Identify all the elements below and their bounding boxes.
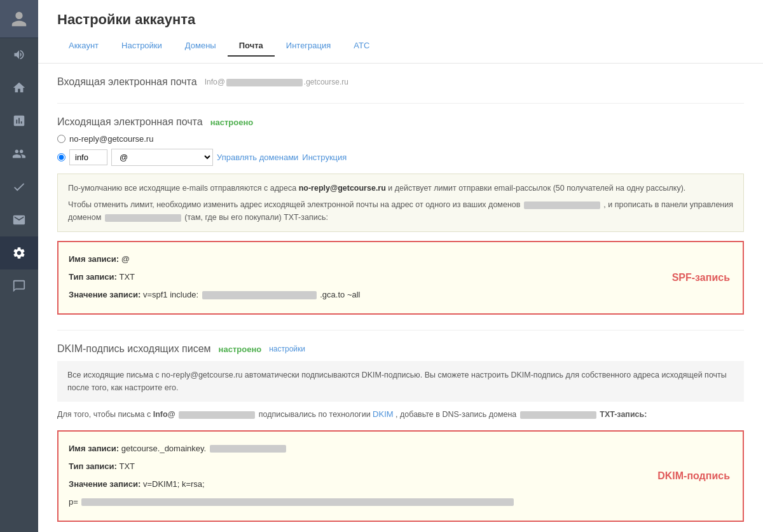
section-dkim: DKIM-подпись исходящих писем настроено н… <box>57 343 744 522</box>
page-header: Настройки аккаунта Аккаунт Настройки Дом… <box>38 0 763 64</box>
tab-settings[interactable]: Настройки <box>110 36 174 57</box>
avatar[interactable] <box>0 0 38 38</box>
email-prefix-input[interactable] <box>69 149 107 165</box>
radio-row-noreply: no-reply@getcourse.ru <box>57 134 744 144</box>
outgoing-info-box: По-умолчанию все исходящие e-mails отпра… <box>57 174 744 232</box>
outgoing-status-badge: настроено <box>210 118 254 127</box>
dkim-name-domain-blurred <box>210 445 286 453</box>
dkim-title-row: DKIM-подпись исходящих писем настроено н… <box>57 343 744 355</box>
radio-row-custom: @ Управлять доменами Инструкция <box>57 149 744 166</box>
content-area: Входящая электронная почта Info@.getcour… <box>38 64 763 532</box>
incoming-email-address: Info@.getcourse.ru <box>205 78 348 86</box>
spf-value-field: Значение записи: v=spf1 include: .gca.to… <box>69 287 732 303</box>
section-incoming: Входящая электронная почта Info@.getcour… <box>57 76 744 88</box>
tab-account[interactable]: Аккаунт <box>57 36 110 57</box>
dkim-settings-link[interactable]: настройки <box>269 344 305 353</box>
spf-name-value: @ <box>121 254 130 264</box>
dkim-info-text: Все исходящие письма с no-reply@getcours… <box>67 369 734 394</box>
email-radio-group: no-reply@getcourse.ru @ Управлять домена… <box>57 134 744 166</box>
dkim-value-field: Значение записи: v=DKIM1; k=rsa; <box>69 476 732 493</box>
dkim-name-pre: getcourse._domainkey. <box>121 444 206 453</box>
spf-name-label: Имя записи: <box>69 254 119 264</box>
sidebar-item-settings[interactable] <box>0 236 38 269</box>
dkim-for-email: Info@ <box>153 410 175 419</box>
main-content: Настройки аккаунта Аккаунт Настройки Дом… <box>38 0 763 532</box>
tab-mail[interactable]: Почта <box>228 36 275 57</box>
dkim-name-label: Имя записи: <box>69 444 119 453</box>
dkim-p-field: p= <box>69 494 732 510</box>
instruction-link[interactable]: Инструкция <box>302 153 347 162</box>
dkim-value-label: Значение записи: <box>69 479 141 489</box>
spf-domain-blurred <box>202 291 317 299</box>
dkim-p-blurred <box>81 498 514 506</box>
dkim-label: DKIM-подпись <box>657 466 730 486</box>
sidebar-item-tasks[interactable] <box>0 170 38 203</box>
tabs-bar: Аккаунт Настройки Домены Почта Интеграци… <box>57 36 744 57</box>
spf-value-label: Значение записи: <box>69 290 141 299</box>
dkim-email-domain-blurred <box>179 411 255 419</box>
sidebar-item-volume[interactable] <box>0 38 38 71</box>
spf-record-box: Имя записи: @ Тип записи: TXT Значение з… <box>57 241 744 315</box>
incoming-title: Входящая электронная почта Info@.getcour… <box>57 76 744 88</box>
sidebar-item-chat[interactable] <box>0 269 38 303</box>
spf-value-post: .gca.to ~all <box>320 290 360 299</box>
dkim-info-box: Все исходящие письма с no-reply@getcours… <box>57 361 744 402</box>
tab-domains[interactable]: Домены <box>174 36 228 57</box>
domain2-blurred <box>105 214 181 222</box>
dkim-type-field: Тип записи: TXT <box>69 458 732 475</box>
dkim-domain-blurred2 <box>520 411 596 419</box>
dkim-for-text: Для того, чтобы письма с Info@ подписыва… <box>57 408 744 421</box>
radio-noreply[interactable] <box>57 135 65 143</box>
domains-blurred <box>524 201 600 209</box>
incoming-title-text: Входящая электронная почта <box>57 76 197 88</box>
sidebar-item-users[interactable] <box>0 137 38 170</box>
spf-type-field: Тип записи: TXT <box>69 269 732 285</box>
outgoing-title-row: Исходящая электронная почта настроено <box>57 116 744 128</box>
sidebar <box>0 0 38 532</box>
spf-value-pre: v=spf1 include: <box>143 290 198 299</box>
spf-type-value: TXT <box>119 272 135 282</box>
divider-2 <box>57 330 744 331</box>
tab-ats[interactable]: АТС <box>342 36 381 57</box>
radio-custom[interactable] <box>57 153 65 161</box>
outgoing-title-text: Исходящая электронная почта <box>57 116 203 128</box>
incoming-domain-blurred <box>226 79 303 86</box>
sidebar-item-chart[interactable] <box>0 104 38 137</box>
manage-domains-link[interactable]: Управлять доменами <box>217 153 298 162</box>
info-line2: Чтобы отменить лимит, необходимо изменит… <box>68 198 733 224</box>
dkim-name-field: Имя записи: getcourse._domainkey. <box>69 440 732 457</box>
section-outgoing: Исходящая электронная почта настроено no… <box>57 116 744 315</box>
sidebar-item-mail[interactable] <box>0 203 38 236</box>
tab-integration[interactable]: Интеграция <box>275 36 343 57</box>
spf-label: SPF-запись <box>672 268 730 288</box>
dkim-record-box: Имя записи: getcourse._domainkey. Тип за… <box>57 430 744 522</box>
spf-name-field: Имя записи: @ <box>69 251 732 268</box>
dkim-type-label: Тип записи: <box>69 461 117 471</box>
email-input-row: @ Управлять доменами Инструкция <box>69 149 347 166</box>
dkim-tech-link[interactable]: DKIM <box>373 409 394 419</box>
dkim-p-value: p= <box>69 497 78 507</box>
spf-type-label: Тип записи: <box>69 272 117 282</box>
info-bold-noreply: no-reply@getcourse.ru <box>299 184 386 193</box>
dkim-status-badge: настроено <box>219 344 262 354</box>
dkim-type-value: TXT <box>119 461 135 471</box>
dkim-value-pre: v=DKIM1; k=rsa; <box>143 479 205 489</box>
radio-noreply-label: no-reply@getcourse.ru <box>69 134 153 144</box>
sidebar-item-home[interactable] <box>0 71 38 104</box>
email-domain-select[interactable]: @ <box>111 149 213 166</box>
divider-1 <box>57 103 744 104</box>
info-line1: По-умолчанию все исходящие e-mails отпра… <box>68 182 733 194</box>
dkim-title-text: DKIM-подпись исходящих писем <box>57 343 211 355</box>
page-title: Настройки аккаунта <box>57 11 744 28</box>
